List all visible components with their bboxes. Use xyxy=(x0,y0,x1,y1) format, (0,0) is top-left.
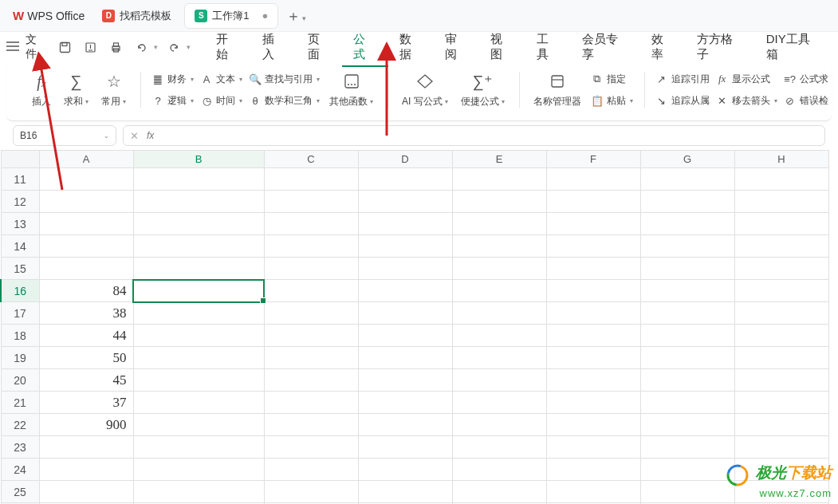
tab-template[interactable]: D 找稻壳模板 xyxy=(92,4,181,28)
row-header-20[interactable]: 20 xyxy=(1,369,39,392)
cell-C13[interactable] xyxy=(264,213,358,235)
cell-H16[interactable] xyxy=(734,280,828,302)
cell-E18[interactable] xyxy=(452,325,546,347)
cell-D15[interactable] xyxy=(358,258,452,280)
cell-E23[interactable] xyxy=(452,436,546,459)
cell-G14[interactable] xyxy=(640,235,734,258)
cell-C11[interactable] xyxy=(264,168,358,191)
cell-H11[interactable] xyxy=(734,168,828,191)
cell-E11[interactable] xyxy=(452,168,546,191)
cell-E24[interactable] xyxy=(452,459,546,481)
cell-D14[interactable] xyxy=(358,235,452,258)
ai-formula-button[interactable]: AI 写公式▾ xyxy=(395,71,454,108)
file-menu[interactable]: 文件 xyxy=(26,33,48,61)
cell-F21[interactable] xyxy=(546,392,640,414)
other-functions-button[interactable]: 其他函数▾ xyxy=(323,71,380,108)
cell-F20[interactable] xyxy=(546,369,640,392)
chevron-down-icon[interactable]: ⌄ xyxy=(104,132,109,140)
row-header-19[interactable]: 19 xyxy=(1,347,39,369)
cell-B25[interactable] xyxy=(133,481,264,503)
remove-arrows-button[interactable]: ✕移去箭头▾ xyxy=(713,93,781,109)
cell-G18[interactable] xyxy=(640,325,734,347)
cell-E16[interactable] xyxy=(452,280,546,302)
cell-D21[interactable] xyxy=(358,392,452,414)
cell-A24[interactable] xyxy=(39,459,133,481)
cell-G15[interactable] xyxy=(640,258,734,280)
cell-B20[interactable] xyxy=(133,369,264,392)
column-header-D[interactable]: D xyxy=(358,151,452,168)
column-header-G[interactable]: G xyxy=(640,151,734,168)
cell-C20[interactable] xyxy=(264,369,358,392)
row-header-24[interactable]: 24 xyxy=(1,459,39,481)
column-header-E[interactable]: E xyxy=(452,151,546,168)
cell-B19[interactable] xyxy=(133,347,264,369)
row-header-18[interactable]: 18 xyxy=(1,325,39,347)
cell-B11[interactable] xyxy=(133,168,264,191)
cell-B23[interactable] xyxy=(133,436,264,459)
cell-A17[interactable]: 38 xyxy=(39,302,133,325)
lookup-button[interactable]: 🔍查找与引用▾ xyxy=(246,71,323,88)
column-header-F[interactable]: F xyxy=(546,151,640,168)
chevron-down-icon[interactable]: ▾ xyxy=(302,14,306,22)
paste-name-button[interactable]: 📋粘贴▾ xyxy=(588,93,636,109)
cell-C14[interactable] xyxy=(264,235,358,258)
cell-G25[interactable] xyxy=(640,481,734,503)
cell-G21[interactable] xyxy=(640,392,734,414)
menu-item-页面[interactable]: 页面 xyxy=(297,27,342,67)
cell-E20[interactable] xyxy=(452,369,546,392)
cell-A12[interactable] xyxy=(39,191,133,213)
cancel-icon[interactable]: ✕ xyxy=(130,130,139,142)
cell-B17[interactable] xyxy=(133,302,264,325)
cell-D24[interactable] xyxy=(358,459,452,481)
cell-D17[interactable] xyxy=(358,302,452,325)
tab-workbook[interactable]: S 工作簿1 ● xyxy=(184,3,278,29)
menu-item-公式[interactable]: 公式 xyxy=(342,27,388,67)
cell-H15[interactable] xyxy=(734,258,828,280)
cell-B22[interactable] xyxy=(133,414,264,436)
grid-table[interactable]: ABCDEFGH11121314151684173818441950204521… xyxy=(0,150,829,504)
cell-G20[interactable] xyxy=(640,369,734,392)
cell-H22[interactable] xyxy=(734,414,828,436)
cell-C15[interactable] xyxy=(264,258,358,280)
cell-A13[interactable] xyxy=(39,213,133,235)
fast-formula-button[interactable]: ∑⁺ 便捷公式▾ xyxy=(454,71,511,108)
error-check-button[interactable]: ⊘错误检 xyxy=(781,93,832,109)
cell-E13[interactable] xyxy=(452,213,546,235)
cell-E19[interactable] xyxy=(452,347,546,369)
cell-F14[interactable] xyxy=(546,235,640,258)
column-header-A[interactable]: A xyxy=(39,151,133,168)
menu-item-开始[interactable]: 开始 xyxy=(205,27,250,67)
cell-C12[interactable] xyxy=(264,191,358,213)
cell-F17[interactable] xyxy=(546,302,640,325)
cell-G24[interactable] xyxy=(640,459,734,481)
finance-button[interactable]: ䷀财务▾ xyxy=(148,71,197,88)
menu-item-DIY工具箱[interactable]: DIY工具箱 xyxy=(755,27,832,67)
cell-F22[interactable] xyxy=(546,414,640,436)
cell-A11[interactable] xyxy=(39,168,133,191)
cell-B24[interactable] xyxy=(133,459,264,481)
row-header-21[interactable]: 21 xyxy=(1,392,39,414)
cell-B15[interactable] xyxy=(133,258,264,280)
cell-H20[interactable] xyxy=(734,369,828,392)
cell-A18[interactable]: 44 xyxy=(39,325,133,347)
menu-item-效率[interactable]: 效率 xyxy=(640,27,686,67)
cell-B12[interactable] xyxy=(133,191,264,213)
redo-icon[interactable] xyxy=(164,37,183,57)
menu-item-方方格子[interactable]: 方方格子 xyxy=(686,27,755,67)
cell-H19[interactable] xyxy=(734,347,828,369)
row-header-17[interactable]: 17 xyxy=(1,302,39,325)
cell-E17[interactable] xyxy=(452,302,546,325)
cell-F24[interactable] xyxy=(546,459,640,481)
cell-D16[interactable] xyxy=(358,280,452,302)
cell-D18[interactable] xyxy=(358,325,452,347)
column-header-B[interactable]: B xyxy=(133,151,264,168)
cell-A21[interactable]: 37 xyxy=(39,392,133,414)
text-button[interactable]: A文本▾ xyxy=(197,71,246,88)
cell-B21[interactable] xyxy=(133,392,264,414)
name-manager-button[interactable]: 名称管理器 xyxy=(527,71,588,108)
cell-H13[interactable] xyxy=(734,213,828,235)
row-header-11[interactable]: 11 xyxy=(1,168,39,191)
cell-C25[interactable] xyxy=(264,481,358,503)
logic-button[interactable]: ?逻辑▾ xyxy=(148,93,197,109)
cell-C17[interactable] xyxy=(264,302,358,325)
